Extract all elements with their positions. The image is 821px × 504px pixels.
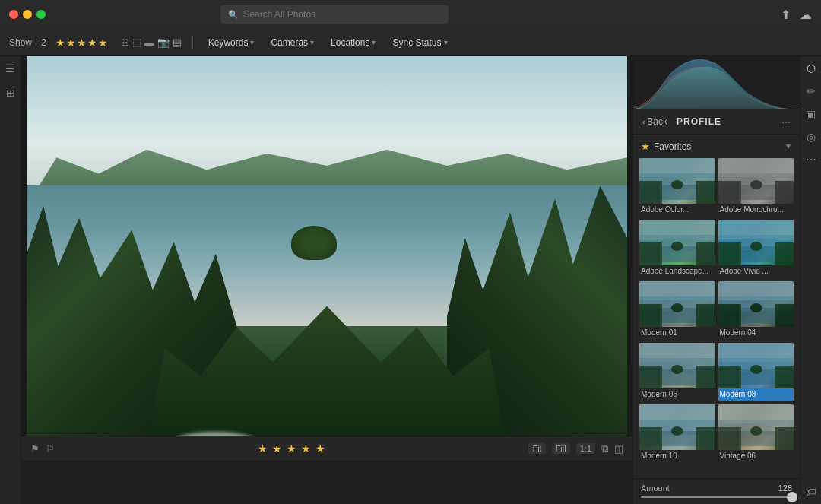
radial-icon[interactable]: ◎	[807, 131, 816, 143]
filter-bar: Show 2 ★★★★★ ⊞ ⬚ ▬ 📷 ▤ Keywords ▾ Camera…	[0, 29, 821, 56]
amount-slider-track[interactable]	[641, 496, 792, 498]
keywords-dropdown[interactable]: Keywords ▾	[204, 36, 259, 49]
profile-item-vintage06[interactable]: Vintage 06	[718, 404, 794, 463]
favorites-star-icon: ★	[641, 141, 650, 152]
alt-view-icon[interactable]: ▤	[173, 36, 182, 48]
histogram-chart	[633, 56, 800, 109]
back-label: Back	[647, 116, 667, 127]
favorites-left: ★ Favorites	[641, 141, 691, 152]
svg-rect-47	[775, 366, 794, 388]
flag-icon[interactable]: ⚑	[30, 443, 40, 455]
compare-icon[interactable]: ⧉	[601, 442, 608, 455]
profile-item-adobe-vivid[interactable]: Adobe Vivid ...	[718, 220, 794, 278]
fit-button[interactable]: Fit	[528, 443, 545, 454]
svg-rect-58	[718, 427, 741, 450]
profile-thumb-modern08	[718, 343, 794, 388]
crop-icon[interactable]: ✏	[807, 85, 816, 97]
filmstrip: ⚑ ⚐ ★ ★ ★ ★ ★ Fit Fill 1:1 ⧉ ◫	[21, 436, 632, 504]
profile-name-adobe-vivid: Adobe Vivid ...	[718, 265, 794, 278]
profile-item-adobe-color[interactable]: Adobe Color...	[639, 158, 715, 217]
profile-item-modern08[interactable]: Modern 08	[718, 343, 794, 401]
rating-star-4[interactable]: ★	[301, 442, 311, 455]
tag-icon[interactable]: 🏷	[806, 486, 816, 498]
svg-rect-23	[775, 242, 794, 265]
flag-alt-icon[interactable]: ⚐	[46, 443, 55, 455]
sync-status-chevron-icon: ▾	[444, 38, 448, 46]
minimize-button[interactable]	[23, 10, 32, 19]
close-button[interactable]	[9, 10, 18, 19]
profile-name-modern10: Modern 10	[639, 450, 715, 463]
svg-point-21	[750, 242, 762, 251]
sidebar-panels-icon[interactable]: ⊞	[6, 87, 15, 99]
profile-thumb-adobe-vivid	[718, 220, 794, 265]
profile-thumb-adobe-mono	[718, 158, 794, 204]
profile-item-modern10[interactable]: Modern 10	[639, 404, 715, 463]
split-icon[interactable]: ◫	[614, 443, 623, 455]
photo-area: ⚑ ⚐ ★ ★ ★ ★ ★ Fit Fill 1:1 ⧉ ◫	[21, 56, 632, 504]
profile-item-modern04[interactable]: Modern 04	[718, 281, 794, 340]
cloud-icon[interactable]: ☁	[800, 8, 812, 22]
svg-point-3	[671, 180, 683, 189]
profile-name-modern01: Modern 01	[639, 327, 715, 340]
profile-name-adobe-landscape: Adobe Landscape...	[639, 265, 715, 278]
main-photo[interactable]	[27, 56, 627, 436]
sidebar-menu-icon[interactable]: ☰	[5, 62, 15, 74]
auto-adjust-icon[interactable]: ⬡	[807, 62, 816, 74]
profile-name-adobe-mono: Adobe Monochro...	[718, 204, 794, 217]
back-button[interactable]: ‹ Back	[642, 116, 667, 127]
rating-star-2[interactable]: ★	[272, 442, 282, 455]
cameras-chevron-icon: ▾	[310, 38, 314, 46]
histogram	[633, 56, 800, 109]
filmstrip-zoom-controls: Fit Fill 1:1 ⧉ ◫	[528, 442, 623, 455]
amount-slider-thumb[interactable]	[787, 492, 797, 502]
rating-star-5[interactable]: ★	[315, 442, 325, 455]
locations-dropdown[interactable]: Locations ▾	[326, 36, 380, 49]
separator	[192, 36, 193, 49]
grid-view-icon[interactable]: ⊞	[121, 36, 129, 48]
profile-item-adobe-mono[interactable]: Adobe Monochro...	[718, 158, 794, 217]
main-content: ☰ ⊞ ⚑ ⚐ ★	[0, 56, 821, 504]
favorites-label: Favorites	[654, 141, 691, 152]
cameras-dropdown[interactable]: Cameras ▾	[266, 36, 319, 49]
panel-header: ‹ Back PROFILE ···	[633, 109, 800, 135]
panel-more-button[interactable]: ···	[781, 116, 791, 128]
svg-rect-41	[696, 366, 715, 388]
profile-thumb-vintage06	[718, 404, 794, 450]
list-view-icon[interactable]: 📷	[157, 36, 170, 48]
profile-item-modern01[interactable]: Modern 01	[639, 281, 715, 340]
title-bar-actions: ⬆ ☁	[781, 8, 812, 22]
svg-point-15	[671, 242, 683, 251]
sync-status-dropdown[interactable]: Sync Status ▾	[388, 36, 452, 49]
svg-point-51	[671, 426, 683, 436]
favorites-chevron-icon[interactable]: ▼	[785, 142, 792, 151]
compare-view-icon[interactable]: ⬚	[132, 36, 141, 48]
svg-point-33	[750, 303, 762, 312]
share-icon[interactable]: ⬆	[781, 8, 791, 22]
filter-stars[interactable]: ★★★★★	[55, 36, 109, 49]
more-tools-icon[interactable]: ⋯	[806, 154, 816, 166]
back-chevron-icon: ‹	[642, 118, 645, 126]
filmstrip-star-rating: ★ ★ ★ ★ ★	[258, 442, 325, 455]
maximize-button[interactable]	[36, 10, 46, 19]
profile-thumb-adobe-color	[639, 158, 715, 204]
svg-point-27	[671, 303, 683, 312]
svg-rect-16	[639, 242, 662, 265]
rating-star-1[interactable]: ★	[258, 442, 268, 455]
svg-rect-4	[639, 181, 662, 204]
search-input[interactable]	[243, 9, 441, 20]
svg-rect-53	[696, 427, 715, 450]
detail-view-icon[interactable]: ▬	[144, 36, 154, 48]
heal-icon[interactable]: ▣	[806, 108, 816, 120]
star-count: 2	[41, 37, 46, 48]
profile-thumb-adobe-landscape	[639, 220, 715, 265]
profile-item-modern06[interactable]: Modern 06	[639, 343, 715, 401]
profile-item-adobe-landscape[interactable]: Adobe Landscape...	[639, 220, 715, 278]
right-panel-wrapper: ‹ Back PROFILE ··· ★ Favorites ▼	[632, 56, 821, 504]
search-icon: 🔍	[228, 10, 239, 20]
search-bar[interactable]: 🔍	[220, 5, 449, 24]
svg-rect-34	[718, 304, 741, 327]
one-to-one-button[interactable]: 1:1	[576, 443, 595, 454]
svg-rect-10	[718, 181, 741, 204]
fill-button[interactable]: Fill	[552, 443, 570, 454]
rating-star-3[interactable]: ★	[287, 442, 296, 455]
